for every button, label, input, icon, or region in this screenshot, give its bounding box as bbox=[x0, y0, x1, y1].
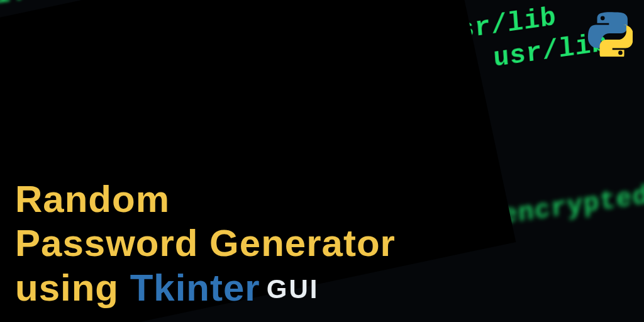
hero-image: . Sep 09:31 boot usr/bin 21. Sep 15:50 d… bbox=[0, 0, 644, 322]
title-line-1: Random bbox=[15, 177, 396, 222]
title-tkinter: Tkinter bbox=[130, 267, 260, 309]
title-gui: GUI bbox=[267, 274, 319, 304]
hero-title: Random Password Generator using TkinterG… bbox=[15, 177, 396, 311]
title-line-2: Password Generator bbox=[15, 221, 396, 266]
title-using: using bbox=[15, 267, 130, 309]
python-logo-icon bbox=[586, 10, 633, 57]
title-line-3: using TkinterGUI bbox=[15, 266, 396, 311]
